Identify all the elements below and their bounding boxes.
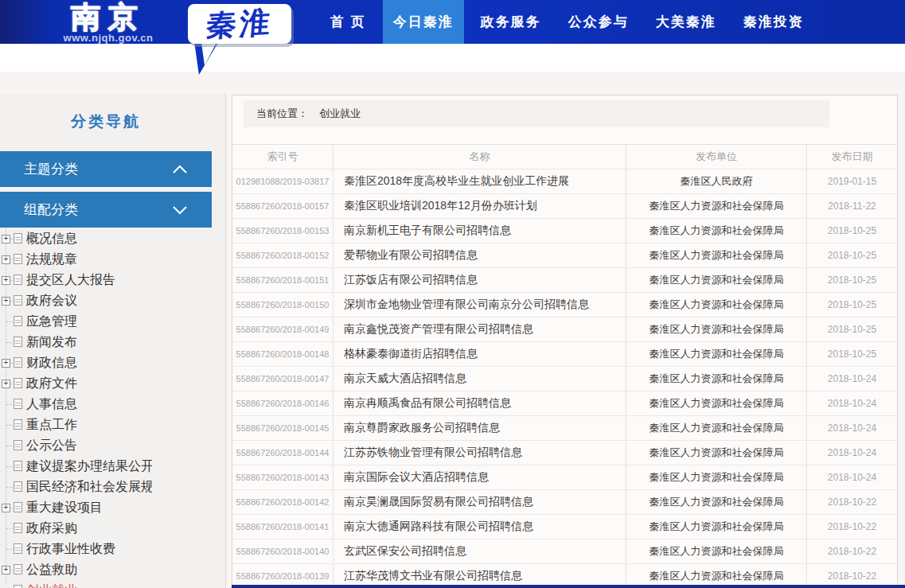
header-publisher: 发布单位 bbox=[626, 145, 807, 169]
plus-icon[interactable] bbox=[2, 359, 10, 368]
cell-publisher: 秦淮区人力资源和社会保障局 bbox=[626, 243, 807, 267]
cell-publish-date: 2018-10-22 bbox=[807, 490, 897, 514]
document-icon bbox=[14, 399, 22, 409]
sidebar-section-group[interactable]: 组配分类 bbox=[0, 192, 212, 228]
cell-publish-date: 2018-10-25 bbox=[807, 243, 897, 267]
sidebar-item-major-projects[interactable]: 重大建设项目 bbox=[0, 497, 226, 518]
cell-document-title[interactable]: 南京鑫悦茂资产管理有限公司招聘信息 bbox=[334, 317, 626, 341]
sidebar-item-emergency[interactable]: 应急管理 bbox=[0, 311, 226, 332]
cell-publish-date: 2018-10-24 bbox=[807, 441, 897, 465]
sidebar-item-finance[interactable]: 财政信息 bbox=[0, 352, 226, 373]
sidebar-item-key-work[interactable]: 重点工作 bbox=[0, 415, 226, 435]
sidebar-item-public-welfare[interactable]: 公益救助 bbox=[0, 559, 226, 580]
main-nav: 首 页 今日秦淮 政务服务 公众参与 大美秦淮 秦淮投资 bbox=[317, 0, 817, 44]
cell-document-title[interactable]: 江苏苏铁物业管理有限公司招聘信息 bbox=[334, 441, 626, 465]
sidebar-item-gov-meetings[interactable]: 政府会议 bbox=[0, 290, 226, 311]
cell-publish-date: 2019-01-15 bbox=[807, 169, 897, 193]
cell-publisher: 秦淮区人力资源和社会保障局 bbox=[626, 441, 807, 465]
plus-icon[interactable] bbox=[2, 276, 10, 285]
cell-index-number: 558867260/2018-00148 bbox=[232, 342, 334, 366]
cell-publish-date: 2018-10-24 bbox=[807, 391, 897, 415]
document-table: 索引号 名称 发布单位 发布日期 012981088/2019-03817 秦淮… bbox=[232, 144, 897, 586]
cell-document-title[interactable]: 南京大德通网路科技有限公司招聘信息 bbox=[334, 515, 626, 539]
document-icon bbox=[14, 543, 22, 554]
cell-publish-date: 2018-11-22 bbox=[807, 194, 897, 218]
cell-publish-date: 2018-10-25 bbox=[807, 293, 897, 317]
breadcrumb-label: 当前位置： bbox=[256, 107, 308, 119]
nav-item-home[interactable]: 首 页 bbox=[320, 0, 376, 44]
cell-publish-date: 2018-10-25 bbox=[807, 268, 897, 292]
cell-document-title[interactable]: 秦淮区2018年度高校毕业生就业创业工作进展 bbox=[334, 169, 626, 193]
table-row: 558867260/2018-00152 爱帮物业有限公司招聘信息 秦淮区人力资… bbox=[232, 243, 897, 268]
site-logo[interactable]: 南京 www.njqh.gov.cn bbox=[46, 1, 170, 44]
document-icon bbox=[14, 585, 22, 588]
cell-publish-date: 2018-10-24 bbox=[807, 367, 897, 391]
cell-document-title[interactable]: 秦淮区职业培训2018年12月份办班计划 bbox=[334, 194, 626, 218]
plus-icon[interactable] bbox=[2, 566, 10, 574]
sidebar: 分类导航 主题分类 组配分类 概况信息 法规规章 提交区人大报告 政府会议 应急… bbox=[0, 94, 226, 588]
sidebar-item-employment[interactable]: 创业就业 bbox=[0, 580, 226, 588]
cell-document-title[interactable]: 格林豪泰御道街店招聘信息 bbox=[334, 342, 626, 366]
nav-item-today-qinhuai[interactable]: 今日秦淮 bbox=[383, 0, 464, 44]
document-icon bbox=[14, 233, 22, 243]
plus-icon[interactable] bbox=[2, 297, 10, 306]
nav-item-qinhuai-investment[interactable]: 秦淮投资 bbox=[733, 0, 814, 44]
nav-item-gov-services[interactable]: 政务服务 bbox=[470, 0, 552, 44]
sidebar-section-theme[interactable]: 主题分类 bbox=[0, 151, 212, 187]
plus-icon[interactable] bbox=[2, 235, 10, 243]
sidebar-item-proposal-results[interactable]: 建议提案办理结果公开 bbox=[0, 456, 226, 477]
nav-item-public-participation[interactable]: 公众参与 bbox=[558, 0, 639, 44]
cell-publish-date: 2018-10-24 bbox=[807, 416, 897, 440]
cell-document-title[interactable]: 南京国际会议大酒店招聘信息 bbox=[334, 465, 626, 489]
sidebar-title: 分类导航 bbox=[0, 111, 212, 132]
sidebar-item-personnel[interactable]: 人事信息 bbox=[0, 394, 226, 415]
site-logo-url: www.njqh.gov.cn bbox=[46, 32, 170, 44]
cell-document-title[interactable]: 爱帮物业有限公司招聘信息 bbox=[334, 243, 626, 267]
cell-index-number: 558867260/2018-00141 bbox=[232, 515, 334, 539]
sidebar-tree: 概况信息 法规规章 提交区人大报告 政府会议 应急管理 新闻发布 财政信息 政府… bbox=[0, 228, 226, 588]
sidebar-item-gov-documents[interactable]: 政府文件 bbox=[0, 373, 226, 394]
plus-icon[interactable] bbox=[2, 504, 10, 512]
document-icon bbox=[14, 481, 22, 492]
table-header-row: 索引号 名称 发布单位 发布日期 bbox=[232, 144, 897, 169]
cell-document-title[interactable]: 南京冉顺禹食品有限公司招聘信息 bbox=[334, 391, 626, 415]
cell-index-number: 558867260/2018-00146 bbox=[232, 391, 334, 415]
cell-document-title[interactable]: 江苏饭店有限公司招聘信息 bbox=[334, 268, 626, 292]
cell-publish-date: 2018-10-22 bbox=[807, 564, 897, 586]
sidebar-item-news[interactable]: 新闻发布 bbox=[0, 332, 226, 352]
cell-document-title[interactable]: 玄武区保安公司招聘信息 bbox=[334, 539, 626, 563]
table-row: 558867260/2018-00143 南京国际会议大酒店招聘信息 秦淮区人力… bbox=[232, 465, 897, 490]
nav-item-beautiful-qinhuai[interactable]: 大美秦淮 bbox=[646, 0, 727, 44]
sidebar-item-procurement[interactable]: 政府采购 bbox=[0, 518, 226, 539]
cell-index-number: 558867260/2018-00140 bbox=[232, 539, 334, 563]
cell-publisher: 秦淮区人力资源和社会保障局 bbox=[626, 268, 807, 292]
cell-publisher: 秦淮区人力资源和社会保障局 bbox=[626, 465, 807, 489]
cell-document-title[interactable]: 江苏华茂博文书业有限公司招聘信息 bbox=[334, 564, 626, 586]
cell-publisher: 秦淮区人力资源和社会保障局 bbox=[626, 342, 807, 366]
cell-publish-date: 2018-10-22 bbox=[807, 515, 897, 539]
document-icon bbox=[14, 316, 22, 326]
plus-icon[interactable] bbox=[2, 380, 10, 388]
document-icon bbox=[14, 564, 22, 574]
plus-icon[interactable] bbox=[2, 255, 10, 264]
cell-index-number: 558867260/2018-00149 bbox=[232, 317, 334, 341]
cell-document-title[interactable]: 南京天威大酒店招聘信息 bbox=[334, 367, 626, 391]
cell-document-title[interactable]: 南京尊爵家政服务公司招聘信息 bbox=[334, 416, 626, 440]
sidebar-item-regulations[interactable]: 法规规章 bbox=[0, 249, 226, 270]
cell-publisher: 秦淮区人力资源和社会保障局 bbox=[626, 539, 807, 563]
cell-publisher: 秦淮区人力资源和社会保障局 bbox=[626, 194, 807, 218]
cell-index-number: 558867260/2018-00151 bbox=[232, 268, 334, 292]
document-icon bbox=[14, 275, 22, 285]
cell-index-number: 558867260/2018-00144 bbox=[232, 441, 334, 465]
cell-document-title[interactable]: 南京昊澜晟国际贸易有限公司招聘信息 bbox=[334, 490, 626, 514]
breadcrumb-current[interactable]: 创业就业 bbox=[319, 107, 361, 119]
sidebar-item-public-notices[interactable]: 公示公告 bbox=[0, 435, 226, 456]
sidebar-item-admin-fees[interactable]: 行政事业性收费 bbox=[0, 539, 226, 559]
cell-document-title[interactable]: 南京新机王电子有限公司招聘信息 bbox=[334, 219, 626, 243]
sidebar-item-economic-plans[interactable]: 国民经济和社会发展规划 bbox=[0, 477, 226, 497]
cell-publish-date: 2018-10-25 bbox=[807, 317, 897, 341]
sidebar-item-npc-reports[interactable]: 提交区人大报告 bbox=[0, 270, 226, 290]
document-icon bbox=[14, 502, 22, 512]
cell-document-title[interactable]: 深圳市金地物业管理有限公司南京分公司招聘信息 bbox=[334, 293, 626, 317]
sidebar-item-overview[interactable]: 概况信息 bbox=[0, 228, 226, 249]
